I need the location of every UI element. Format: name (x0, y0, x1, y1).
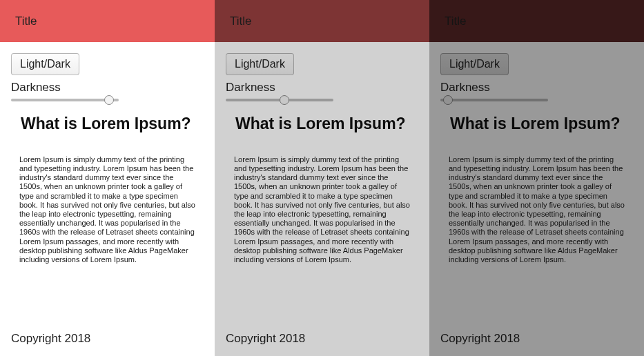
light-dark-button[interactable]: Light/Dark (226, 53, 294, 75)
article-heading: What is Lorem Ipsum? (440, 114, 633, 135)
content-area: Light/Dark Darkness What is Lorem Ipsum?… (215, 42, 429, 321)
footer-text: Copyright 2018 (440, 332, 520, 346)
page-title: Title (445, 14, 467, 28)
darkness-label: Darkness (11, 81, 204, 95)
theme-preview-column-3: Title Light/Dark Darkness What is Lorem … (429, 0, 644, 356)
darkness-label: Darkness (226, 81, 418, 95)
article-body: Lorem Ipsum is simply dummy text of the … (226, 155, 418, 264)
header-bar: Title (0, 0, 215, 42)
article-body: Lorem Ipsum is simply dummy text of the … (440, 155, 633, 264)
footer-bar: Copyright 2018 (429, 321, 644, 356)
light-dark-button[interactable]: Light/Dark (440, 53, 509, 75)
theme-preview-column-1: Title Light/Dark Darkness What is Lorem … (0, 0, 215, 356)
article-heading: What is Lorem Ipsum? (226, 114, 418, 135)
page-title: Title (15, 14, 37, 28)
content-area: Light/Dark Darkness What is Lorem Ipsum?… (429, 42, 644, 321)
darkness-slider[interactable] (226, 99, 333, 101)
header-bar: Title (215, 0, 429, 42)
article-heading: What is Lorem Ipsum? (11, 114, 204, 135)
footer-text: Copyright 2018 (11, 332, 90, 346)
darkness-slider[interactable] (11, 99, 119, 101)
page-title: Title (230, 14, 252, 28)
light-dark-button[interactable]: Light/Dark (11, 53, 79, 75)
darkness-label: Darkness (440, 81, 633, 95)
footer-bar: Copyright 2018 (0, 321, 215, 356)
footer-text: Copyright 2018 (226, 332, 305, 346)
article-body: Lorem Ipsum is simply dummy text of the … (11, 155, 204, 264)
content-area: Light/Dark Darkness What is Lorem Ipsum?… (0, 42, 215, 321)
theme-preview-column-2: Title Light/Dark Darkness What is Lorem … (215, 0, 429, 356)
header-bar: Title (429, 0, 644, 42)
footer-bar: Copyright 2018 (215, 321, 429, 356)
darkness-slider[interactable] (440, 99, 548, 101)
